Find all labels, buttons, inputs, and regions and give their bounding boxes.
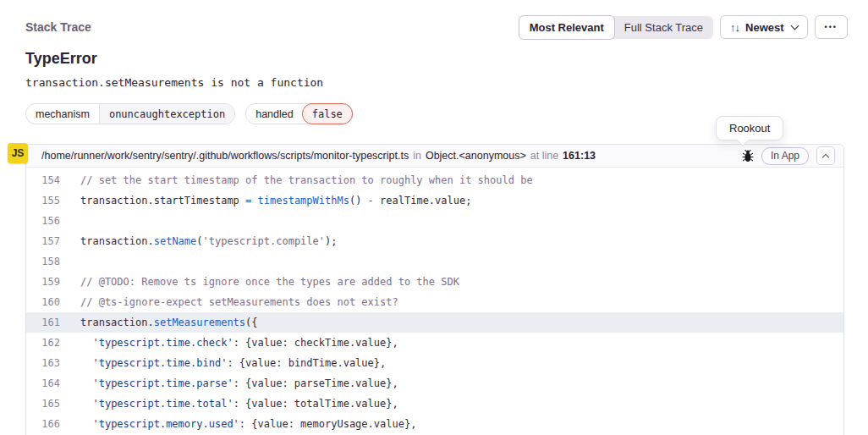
line-number: 154 — [26, 174, 60, 186]
code-text: 'typescript.time.check': {value: checkTi… — [60, 337, 398, 349]
code-text: // set the start timestamp of the transa… — [60, 174, 533, 186]
code-line-160: 160// @ts-ignore-expect setMeasurements … — [26, 292, 843, 312]
section-title: Stack Trace — [25, 15, 91, 34]
sort-label: Newest — [745, 21, 784, 34]
code-text: 'typescript.time.bind': {value: bindTime… — [60, 357, 386, 369]
code-line-162: 162 'typescript.time.check': {value: che… — [26, 333, 843, 353]
code-text: 'typescript.time.total': {value: totalTi… — [60, 398, 398, 410]
frame-header-right: In App — [742, 146, 835, 165]
arrows-up-down-icon: ↑↓ — [730, 21, 739, 34]
frame-header[interactable]: /home/runner/work/sentry/sentry/.github/… — [26, 145, 843, 168]
code-line-154: 154// set the start timestamp of the tra… — [26, 170, 843, 190]
line-number: 157 — [26, 235, 60, 247]
code-text: transaction.setName('typescript.compile'… — [60, 235, 337, 247]
stack-frame: JS /home/runner/work/sentry/sentry/.gith… — [25, 144, 844, 435]
chevron-down-icon — [790, 21, 799, 30]
platform-javascript-badge: JS — [8, 143, 28, 163]
line-number: 163 — [26, 357, 60, 369]
in-app-badge: In App — [761, 147, 809, 165]
tag-key: handled — [246, 104, 303, 124]
line-column-ref: 161:13 — [563, 150, 596, 162]
code-line-164: 164 'typescript.time.parse': {value: par… — [26, 373, 843, 394]
rookout-bug-icon[interactable] — [742, 149, 754, 163]
code-text: 'typescript.memory.used': {value: memory… — [60, 418, 416, 430]
line-number: 162 — [26, 337, 60, 349]
tag-handled[interactable]: handledfalse — [245, 103, 353, 124]
line-number: 158 — [26, 256, 60, 267]
header-controls: Most RelevantFull Stack Trace ↑↓ Newest … — [519, 15, 848, 39]
tag-value: onuncaughtexception — [99, 104, 234, 124]
code-text: transaction.startTimestamp = timestampWi… — [60, 195, 471, 206]
file-path: /home/runner/work/sentry/sentry/.github/… — [41, 150, 409, 162]
sort-newest-button[interactable]: ↑↓ Newest — [720, 15, 808, 39]
line-number: 161 — [26, 317, 60, 328]
code-line-163: 163 'typescript.time.bind': {value: bind… — [26, 353, 843, 373]
line-number: 164 — [26, 377, 60, 389]
frame-scope: Object.<anonymous> — [426, 150, 526, 162]
code-line-159: 159// @TODO: Remove ts ignore once the t… — [26, 272, 843, 292]
line-number: 156 — [26, 215, 60, 227]
collapse-frame-button[interactable] — [816, 146, 835, 165]
code-line-158: 158 — [26, 251, 843, 272]
code-line-161: 161transaction.setMeasurements({ — [26, 312, 843, 333]
frame-location: /home/runner/work/sentry/sentry/.github/… — [41, 150, 596, 162]
code-text: transaction.setMeasurements({ — [60, 317, 258, 328]
code-listing: 154// set the start timestamp of the tra… — [26, 168, 843, 434]
code-line-155: 155transaction.startTimestamp = timestam… — [26, 190, 843, 211]
in-word: in — [413, 150, 421, 162]
code-text: // @ts-ignore-expect setMeasurements doe… — [60, 296, 398, 308]
code-line-156: 156 — [26, 211, 843, 231]
line-number: 165 — [26, 398, 60, 410]
exception-header: Stack Trace Most RelevantFull Stack Trac… — [0, 0, 868, 124]
toggle-full-stack-trace[interactable]: Full Stack Trace — [614, 16, 713, 39]
more-options-button[interactable]: ••• — [815, 15, 848, 39]
line-number: 160 — [26, 296, 60, 308]
line-number: 166 — [26, 418, 60, 430]
ellipsis-icon: ••• — [825, 23, 838, 31]
tooltip-label: Rookout — [729, 122, 770, 135]
line-number: 159 — [26, 276, 60, 288]
code-text: // @TODO: Remove ts ignore once the type… — [60, 276, 459, 288]
at-line-words: at line — [530, 150, 558, 162]
code-line-165: 165 'typescript.time.total': {value: tot… — [26, 394, 843, 414]
code-text: 'typescript.time.parse': {value: parseTi… — [60, 377, 398, 389]
code-line-166: 166 'typescript.memory.used': {value: me… — [26, 414, 843, 434]
error-message: transaction.setMeasurements is not a fun… — [25, 76, 848, 89]
tag-mechanism[interactable]: mechanismonuncaughtexception — [25, 103, 235, 124]
line-number: 155 — [26, 195, 60, 206]
tag-key: mechanism — [26, 104, 99, 124]
chevron-up-icon — [822, 153, 829, 160]
code-line-157: 157transaction.setName('typescript.compi… — [26, 231, 843, 251]
tag-value: false — [302, 103, 353, 124]
error-type-title: TypeError — [25, 50, 848, 68]
toggle-most-relevant[interactable]: Most Relevant — [519, 15, 615, 40]
stack-trace-display-toggle: Most RelevantFull Stack Trace — [519, 16, 713, 39]
rookout-tooltip: Rookout — [716, 116, 783, 140]
